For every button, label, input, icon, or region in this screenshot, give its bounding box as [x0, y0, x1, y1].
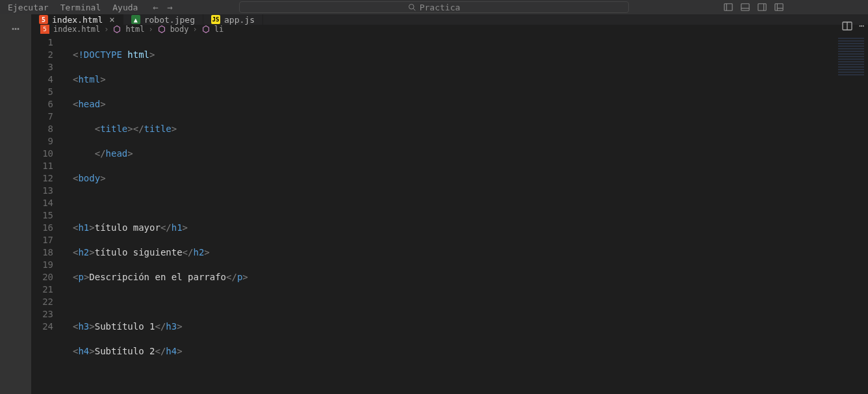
- more-actions-icon[interactable]: ⋯: [859, 21, 864, 31]
- svg-rect-2: [724, 4, 732, 11]
- svg-rect-4: [741, 4, 749, 11]
- chevron-right-icon: ›: [193, 25, 198, 34]
- tab-robot-jpeg[interactable]: ▲ robot.jpeg: [123, 14, 203, 25]
- tab-label: app.js: [224, 15, 255, 25]
- close-tab-icon[interactable]: ×: [109, 14, 114, 25]
- layout-panel-left-icon[interactable]: [724, 3, 733, 12]
- chevron-right-icon: ›: [104, 25, 108, 34]
- layout-customize-icon[interactable]: [774, 3, 784, 12]
- tab-index-html[interactable]: 5 index.html ×: [31, 14, 123, 25]
- minimap-preview: [838, 38, 864, 77]
- image-icon: ▲: [131, 15, 140, 24]
- html5-icon: 5: [40, 25, 49, 34]
- search-icon: [408, 3, 416, 11]
- code-editor[interactable]: 123456789101112131415161718192021222324 …: [31, 34, 868, 394]
- breadcrumb-file[interactable]: index.html: [53, 25, 100, 34]
- html5-icon: 5: [39, 15, 48, 24]
- activity-bar: ⋯: [0, 14, 31, 394]
- tab-label: robot.jpeg: [144, 15, 195, 25]
- chevron-right-icon: ›: [148, 25, 153, 34]
- minimap[interactable]: [803, 34, 868, 394]
- code-content[interactable]: <!DOCTYPE html> <html> <head> <title></t…: [62, 34, 868, 394]
- breadcrumb-item[interactable]: li: [214, 25, 223, 34]
- menu-terminal[interactable]: Terminal: [55, 1, 107, 14]
- svg-point-0: [409, 5, 414, 10]
- breadcrumb-item[interactable]: body: [170, 25, 189, 34]
- svg-rect-6: [758, 4, 766, 11]
- editor: 5 index.html × ▲ robot.jpeg JS app.js ⋯ …: [31, 14, 868, 394]
- nav-forward-icon[interactable]: →: [164, 2, 175, 12]
- layout-controls: [724, 3, 784, 12]
- menu-help[interactable]: Ayuda: [107, 1, 143, 14]
- symbol-icon: [201, 25, 211, 34]
- tab-strip: 5 index.html × ▲ robot.jpeg JS app.js ⋯: [31, 14, 868, 25]
- svg-rect-8: [775, 4, 783, 11]
- search-text: Practica: [420, 3, 461, 12]
- layout-panel-bottom-icon[interactable]: [741, 3, 750, 12]
- tab-label: index.html: [52, 15, 103, 25]
- nav-arrows: ← →: [149, 2, 175, 12]
- tab-app-js[interactable]: JS app.js: [203, 14, 263, 25]
- breadcrumb-item[interactable]: html: [125, 25, 144, 34]
- line-gutter: 123456789101112131415161718192021222324: [31, 34, 62, 394]
- menu-run[interactable]: Ejecutar: [3, 1, 54, 14]
- svg-line-1: [413, 8, 415, 10]
- symbol-icon: [112, 25, 121, 34]
- title-bar: Ejecutar Terminal Ayuda ← → Practica: [0, 0, 868, 14]
- js-icon: JS: [211, 15, 220, 24]
- menu-items: Ejecutar Terminal Ayuda: [3, 1, 143, 14]
- ellipsis-icon[interactable]: ⋯: [12, 21, 19, 36]
- breadcrumb[interactable]: 5 index.html › html › body › li: [31, 25, 868, 34]
- window-controls: [852, 0, 865, 14]
- split-editor-icon[interactable]: [842, 21, 852, 31]
- nav-back-icon[interactable]: ←: [149, 2, 161, 12]
- command-center[interactable]: Practica: [239, 1, 629, 13]
- symbol-icon: [157, 25, 166, 34]
- layout-panel-right-icon[interactable]: [758, 3, 767, 12]
